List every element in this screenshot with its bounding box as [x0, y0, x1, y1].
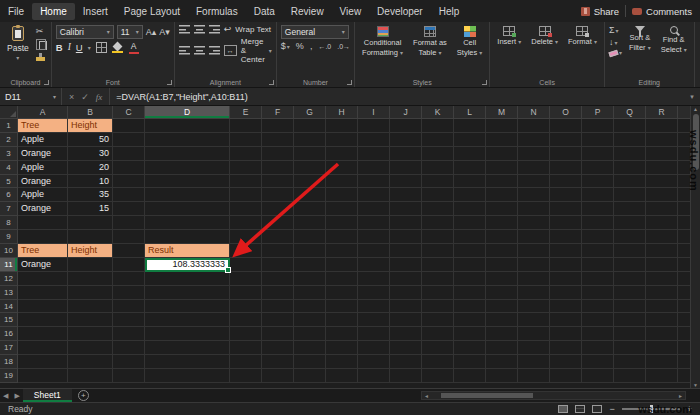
cell-R13[interactable]	[646, 286, 678, 300]
cell-M2[interactable]	[486, 133, 518, 147]
cell-K13[interactable]	[422, 286, 454, 300]
find-select-button[interactable]: Find & Select ▾	[658, 25, 690, 56]
cell-N6[interactable]	[518, 188, 550, 202]
clear-button[interactable]: ▾	[609, 50, 622, 56]
cell-R19[interactable]	[646, 369, 678, 383]
cell-A9[interactable]	[18, 230, 68, 244]
merge-center-button[interactable]: Merge & Center	[241, 37, 265, 64]
horizontal-scrollbar[interactable]: ◄ ►	[421, 391, 686, 400]
cell-O15[interactable]	[550, 313, 582, 327]
cell-A2[interactable]: Apple	[18, 133, 68, 147]
cell-D1[interactable]	[145, 119, 230, 133]
cell-C15[interactable]	[113, 313, 145, 327]
cell-I19[interactable]	[358, 369, 390, 383]
cell-D19[interactable]	[145, 369, 230, 383]
column-header-A[interactable]: A	[18, 106, 68, 119]
cell-A8[interactable]	[18, 216, 68, 230]
cell-A10[interactable]: Tree	[18, 244, 68, 258]
cell-J9[interactable]	[390, 230, 422, 244]
cell-L1[interactable]	[454, 119, 486, 133]
cell-P16[interactable]	[582, 327, 614, 341]
cell-H4[interactable]	[326, 161, 358, 175]
cell-styles-button[interactable]: Cell Styles ▾	[454, 25, 486, 59]
cell-O1[interactable]	[550, 119, 582, 133]
cell-J15[interactable]	[390, 313, 422, 327]
cell-Q18[interactable]	[614, 355, 646, 369]
cell-Q15[interactable]	[614, 313, 646, 327]
cell-I5[interactable]	[358, 175, 390, 189]
zoom-out-button[interactable]: −	[609, 405, 614, 414]
cell-Q4[interactable]	[614, 161, 646, 175]
cell-R15[interactable]	[646, 313, 678, 327]
cell-L10[interactable]	[454, 244, 486, 258]
cell-F12[interactable]	[262, 272, 294, 286]
cut-button[interactable]: ✂	[36, 27, 47, 36]
cell-Q7[interactable]	[614, 202, 646, 216]
cell-D7[interactable]	[145, 202, 230, 216]
cell-C7[interactable]	[113, 202, 145, 216]
cell-S16[interactable]	[678, 327, 690, 341]
align-middle-button[interactable]	[194, 25, 205, 34]
cell-B7[interactable]: 15	[68, 202, 113, 216]
row-header-6[interactable]: 6	[0, 188, 18, 202]
cell-B3[interactable]: 30	[68, 147, 113, 161]
cell-L5[interactable]	[454, 175, 486, 189]
tab-insert[interactable]: Insert	[75, 3, 116, 20]
cell-S14[interactable]	[678, 300, 690, 314]
cell-L6[interactable]	[454, 188, 486, 202]
cell-J11[interactable]	[390, 258, 422, 272]
cell-M15[interactable]	[486, 313, 518, 327]
cell-K8[interactable]	[422, 216, 454, 230]
cell-C11[interactable]	[113, 258, 145, 272]
cell-N5[interactable]	[518, 175, 550, 189]
cell-N8[interactable]	[518, 216, 550, 230]
cell-L16[interactable]	[454, 327, 486, 341]
cell-C1[interactable]	[113, 119, 145, 133]
cell-C19[interactable]	[113, 369, 145, 383]
column-header-Q[interactable]: Q	[614, 106, 646, 119]
column-header-F[interactable]: F	[262, 106, 294, 119]
cell-K16[interactable]	[422, 327, 454, 341]
cell-P17[interactable]	[582, 341, 614, 355]
cell-H18[interactable]	[326, 355, 358, 369]
cell-N17[interactable]	[518, 341, 550, 355]
cell-E1[interactable]	[230, 119, 262, 133]
cell-P5[interactable]	[582, 175, 614, 189]
cell-B18[interactable]	[68, 355, 113, 369]
cell-Q17[interactable]	[614, 341, 646, 355]
clipboard-dialog-launcher-icon[interactable]	[44, 80, 49, 85]
cell-O7[interactable]	[550, 202, 582, 216]
cell-B19[interactable]	[68, 369, 113, 383]
styles-dialog-launcher-icon[interactable]	[482, 80, 487, 85]
cell-I17[interactable]	[358, 341, 390, 355]
page-break-view-button[interactable]	[592, 405, 602, 413]
cell-F18[interactable]	[262, 355, 294, 369]
sheet-nav-right-button[interactable]: ▶	[11, 392, 22, 400]
cell-M19[interactable]	[486, 369, 518, 383]
cell-I15[interactable]	[358, 313, 390, 327]
cell-G8[interactable]	[294, 216, 326, 230]
format-as-table-button[interactable]: Format as Table ▾	[410, 25, 450, 59]
cell-P6[interactable]	[582, 188, 614, 202]
cell-K2[interactable]	[422, 133, 454, 147]
cell-S9[interactable]	[678, 230, 690, 244]
fill-button[interactable]: ↓▾	[609, 38, 622, 47]
cell-A18[interactable]	[18, 355, 68, 369]
column-header-O[interactable]: O	[550, 106, 582, 119]
cell-Q11[interactable]	[614, 258, 646, 272]
cell-B1[interactable]: Height	[68, 119, 113, 133]
column-header-R[interactable]: R	[646, 106, 678, 119]
cell-Q13[interactable]	[614, 286, 646, 300]
cell-M9[interactable]	[486, 230, 518, 244]
column-header-P[interactable]: P	[582, 106, 614, 119]
expand-formula-bar-button[interactable]: ▾	[684, 88, 700, 105]
confirm-entry-button[interactable]: ✓	[81, 92, 89, 102]
column-header-D[interactable]: D	[145, 106, 230, 119]
cell-M3[interactable]	[486, 147, 518, 161]
cell-B16[interactable]	[68, 327, 113, 341]
cell-D4[interactable]	[145, 161, 230, 175]
cell-D18[interactable]	[145, 355, 230, 369]
accounting-format-button[interactable]: $▾	[281, 42, 290, 51]
cell-F8[interactable]	[262, 216, 294, 230]
cell-F7[interactable]	[262, 202, 294, 216]
